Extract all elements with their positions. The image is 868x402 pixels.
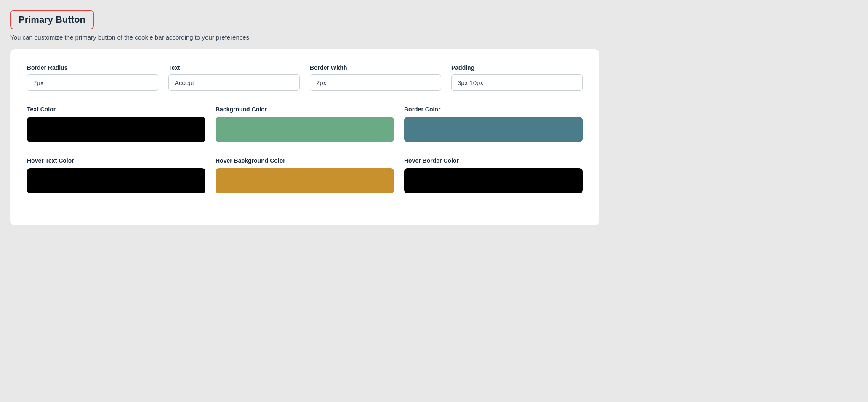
colors-section: Text Color Background Color Border Color	[27, 106, 583, 142]
border-color-group: Border Color	[404, 106, 583, 142]
page-container: Primary Button You can customize the pri…	[10, 10, 599, 225]
border-color-label: Border Color	[404, 106, 583, 113]
border-radius-label: Border Radius	[27, 64, 158, 71]
text-group: Text	[168, 64, 300, 91]
hover-background-color-swatch[interactable]	[216, 168, 394, 193]
hover-border-color-group: Hover Border Color	[404, 157, 583, 193]
section-header: Primary Button You can customize the pri…	[10, 10, 599, 41]
background-color-group: Background Color	[216, 106, 394, 142]
hover-border-color-label: Hover Border Color	[404, 157, 583, 164]
padding-label: Padding	[451, 64, 583, 71]
colors-row: Text Color Background Color Border Color	[27, 106, 583, 142]
text-label: Text	[168, 64, 300, 71]
section-title-wrapper: Primary Button	[10, 10, 94, 29]
hover-text-color-label: Hover Text Color	[27, 157, 205, 164]
hover-background-color-label: Hover Background Color	[216, 157, 394, 164]
section-title: Primary Button	[19, 14, 85, 25]
padding-input[interactable]	[451, 74, 583, 91]
background-color-swatch[interactable]	[216, 117, 394, 142]
fields-row: Border Radius Text Border Width Padding	[27, 64, 583, 91]
padding-group: Padding	[451, 64, 583, 91]
settings-card: Border Radius Text Border Width Padding …	[10, 49, 599, 225]
background-color-label: Background Color	[216, 106, 394, 113]
border-radius-group: Border Radius	[27, 64, 158, 91]
text-color-swatch[interactable]	[27, 117, 205, 142]
hover-colors-section: Hover Text Color Hover Background Color …	[27, 157, 583, 193]
border-width-group: Border Width	[310, 64, 441, 91]
section-description: You can customize the primary button of …	[10, 34, 599, 41]
text-input[interactable]	[168, 74, 300, 91]
border-color-swatch[interactable]	[404, 117, 583, 142]
hover-text-color-group: Hover Text Color	[27, 157, 205, 193]
hover-colors-row: Hover Text Color Hover Background Color …	[27, 157, 583, 193]
text-color-group: Text Color	[27, 106, 205, 142]
border-radius-input[interactable]	[27, 74, 158, 91]
border-width-input[interactable]	[310, 74, 441, 91]
border-width-label: Border Width	[310, 64, 441, 71]
hover-background-color-group: Hover Background Color	[216, 157, 394, 193]
hover-border-color-swatch[interactable]	[404, 168, 583, 193]
text-color-label: Text Color	[27, 106, 205, 113]
hover-text-color-swatch[interactable]	[27, 168, 205, 193]
